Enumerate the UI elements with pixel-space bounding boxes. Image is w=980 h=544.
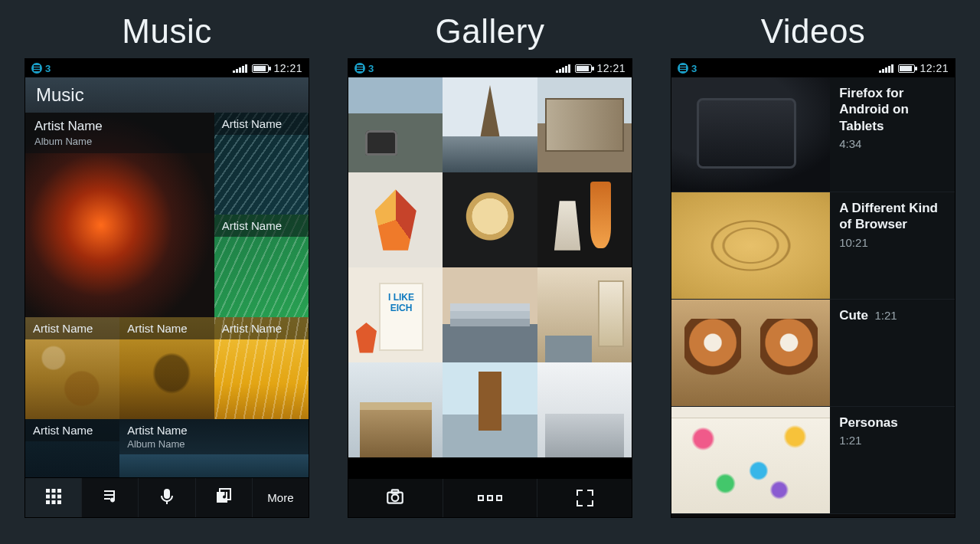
camera-button[interactable] <box>348 479 443 517</box>
fullscreen-button[interactable] <box>537 479 632 517</box>
music-tile[interactable]: Artist Name <box>214 113 309 215</box>
phone-videos: 3 12:21 Firefox for Android on Tablets 4 <box>671 58 956 518</box>
music-header: Music <box>25 77 309 113</box>
video-thumb <box>671 77 830 192</box>
video-duration: 10:21 <box>839 236 946 249</box>
video-thumb <box>671 407 830 513</box>
thumbnails-button[interactable] <box>443 479 537 517</box>
tab-tiles[interactable] <box>25 478 81 517</box>
photo-icon <box>537 362 632 457</box>
gallery-thumb[interactable] <box>537 172 632 267</box>
gallery-toolbar <box>348 479 632 517</box>
fullscreen-icon <box>577 490 593 506</box>
photo-icon <box>443 267 537 362</box>
photo-icon <box>348 77 443 172</box>
battery-icon <box>252 64 269 73</box>
tile-artist: Artist Name <box>222 322 282 335</box>
signal-icon <box>879 64 893 73</box>
video-title: Cute <box>839 308 868 323</box>
photo-icon <box>443 362 537 457</box>
notification-count: 3 <box>691 63 697 74</box>
gallery-grid <box>348 77 632 479</box>
gallery-thumb[interactable] <box>443 77 537 172</box>
video-row[interactable]: A Different Kind of Browser 10:21 <box>671 192 955 300</box>
svg-rect-3 <box>46 494 50 498</box>
column-title-gallery: Gallery <box>436 12 545 51</box>
video-list: Firefox for Android on Tablets 4:34 A Di… <box>671 77 955 517</box>
camera-icon <box>385 487 405 510</box>
svg-rect-0 <box>46 489 50 493</box>
gallery-thumb[interactable] <box>348 267 443 362</box>
music-tile[interactable]: Artist Name <box>119 317 214 419</box>
photo-icon <box>348 267 443 362</box>
video-thumb <box>671 300 830 406</box>
gallery-content <box>348 77 632 517</box>
gallery-thumb[interactable] <box>537 362 632 457</box>
gallery-thumb[interactable] <box>537 267 632 362</box>
gallery-thumb[interactable] <box>443 362 537 457</box>
albums-icon <box>214 487 233 509</box>
phone-gallery: 3 12:21 <box>348 58 632 518</box>
status-clock: 12:21 <box>596 62 626 74</box>
status-clock: 12:21 <box>273 62 302 74</box>
tab-artists[interactable] <box>138 478 194 517</box>
status-clock: 12:21 <box>920 62 949 74</box>
video-row[interactable]: Personas 1:21 <box>671 407 955 514</box>
photo-icon <box>537 77 632 172</box>
notification-badge-icon <box>354 63 365 74</box>
music-tile[interactable]: Artist Name <box>25 419 119 477</box>
tile-artist: Artist Name <box>222 219 282 232</box>
tile-artist: Artist Name <box>222 117 282 130</box>
svg-rect-1 <box>51 489 55 493</box>
tile-artist: Artist Name <box>127 322 187 335</box>
svg-rect-7 <box>51 500 55 504</box>
column-gallery: Gallery 3 12:21 <box>348 12 632 521</box>
video-title: Personas <box>839 415 946 431</box>
gallery-thumb[interactable] <box>348 172 443 267</box>
battery-icon <box>575 64 592 73</box>
playlist-icon <box>101 487 119 509</box>
svg-rect-8 <box>57 500 61 504</box>
notification-count: 3 <box>368 63 374 74</box>
video-row[interactable]: Cute 1:21 <box>671 300 955 407</box>
battery-icon <box>898 64 915 73</box>
gallery-thumb[interactable] <box>443 267 537 362</box>
music-tile[interactable]: Artist Name <box>25 317 119 419</box>
status-left: 3 <box>31 63 51 74</box>
thumbnails-icon <box>478 495 502 501</box>
svg-point-12 <box>392 494 399 501</box>
tab-more[interactable]: More <box>252 478 309 517</box>
video-thumb <box>671 192 830 299</box>
status-bar: 3 12:21 <box>25 59 309 77</box>
tile-artist: Artist Name <box>33 322 93 335</box>
gallery-thumb[interactable] <box>348 362 443 457</box>
tab-playlists[interactable] <box>81 478 138 517</box>
tile-album: Album Name <box>127 438 301 450</box>
music-tile[interactable]: Artist Name <box>214 215 309 316</box>
music-tile[interactable]: Artist Name Album Name <box>119 419 309 477</box>
tab-albums[interactable] <box>195 478 252 517</box>
gallery-thumb[interactable] <box>348 77 443 172</box>
photo-icon <box>443 77 537 172</box>
column-music: Music 3 12:21 Music Artist Name <box>24 12 309 521</box>
signal-icon <box>556 64 570 73</box>
tile-artist: Artist Name <box>127 424 187 437</box>
tile-album: Album Name <box>34 136 205 147</box>
status-bar: 3 12:21 <box>348 59 632 77</box>
video-row[interactable]: Firefox for Android on Tablets 4:34 <box>671 77 955 192</box>
photo-icon <box>537 172 632 267</box>
photo-icon <box>348 362 443 457</box>
gallery-thumb[interactable] <box>537 77 632 172</box>
video-title: A Different Kind of Browser <box>839 200 946 233</box>
music-tile[interactable]: Artist Name <box>214 317 309 419</box>
notification-badge-icon <box>31 63 42 74</box>
video-title: Firefox for Android on Tablets <box>839 85 946 134</box>
photo-icon <box>443 172 537 267</box>
grid-icon <box>44 487 63 509</box>
music-tile-featured[interactable]: Artist Name Album Name <box>25 113 214 317</box>
phone-music: 3 12:21 Music Artist Name Album Name A <box>24 58 309 518</box>
music-tile-grid: Artist Name Album Name Artist Name Artis… <box>25 113 309 477</box>
microphone-icon <box>158 487 176 509</box>
tab-more-label: More <box>267 491 293 504</box>
gallery-thumb[interactable] <box>443 172 537 267</box>
